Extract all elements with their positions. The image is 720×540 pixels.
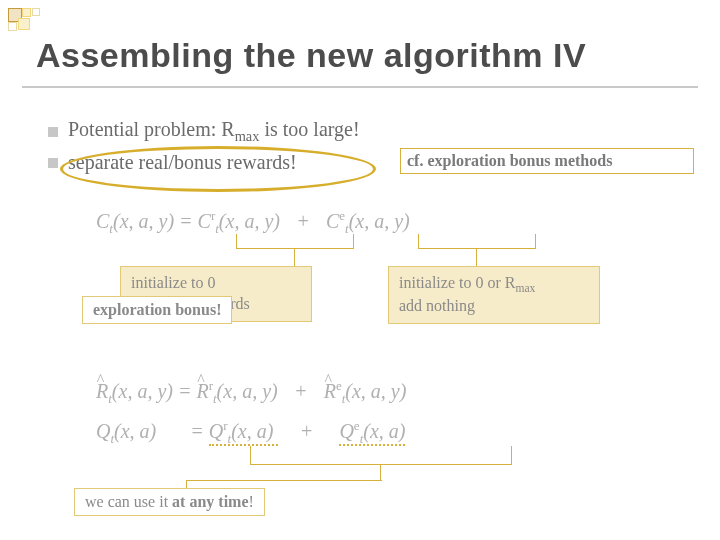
bullet-1: Potential problem: Rmax is too large!: [48, 118, 360, 145]
eq-args: (x, a, y): [345, 380, 406, 402]
anytime-post: !: [249, 493, 254, 510]
cf-note-box: cf. exploration bonus methods: [400, 148, 694, 174]
eq-args: (x, a): [363, 420, 405, 442]
bracket-q: [250, 446, 512, 465]
eq-args: (x, a, y): [113, 210, 174, 232]
eq-equals: =: [179, 210, 198, 232]
eq-equals: =: [178, 380, 197, 402]
eq-plus: +: [283, 380, 319, 403]
eq-plus: +: [285, 210, 321, 233]
eq-c-sym: C: [96, 210, 109, 232]
eq-args: (x, a, y): [112, 380, 173, 402]
eq-q-sym: Q: [209, 420, 223, 442]
eq-args: (x, a, y): [217, 380, 278, 402]
anytime-note: we can use it at any time!: [74, 488, 265, 516]
eq-args: (x, a): [114, 420, 156, 442]
eq-args: (x, a): [231, 420, 273, 442]
eq-r-row: Rt(x, a, y) = Rrt(x, a, y) + Ret(x, a, y…: [96, 378, 406, 407]
anytime-bold: at any time: [172, 493, 248, 510]
eq-args: (x, a, y): [349, 210, 410, 232]
connector-left: [294, 248, 295, 266]
bullet-2-text: separate real/bonus rewards!: [68, 151, 297, 174]
bullet-icon: [48, 158, 58, 168]
eq-c-sym: C: [326, 210, 339, 232]
bullet-1-post: is too large!: [259, 118, 359, 140]
callout-left-l1: initialize to 0: [131, 273, 301, 294]
anytime-pre: we can use it: [85, 493, 172, 510]
eq-r-sym: R: [96, 380, 108, 402]
q-e-term: Qet(x, a): [339, 420, 405, 446]
corner-decoration: [8, 8, 48, 38]
callout-right-l2: add nothing: [399, 296, 589, 317]
eq-c-row: Ct(x, a, y) = Crt(x, a, y) + Cet(x, a, y…: [96, 208, 410, 237]
bracket-left: [236, 234, 354, 249]
eq-args: (x, a, y): [219, 210, 280, 232]
bullet-1-pre: Potential problem: R: [68, 118, 235, 140]
connector-q: [380, 464, 381, 480]
bullet-icon: [48, 127, 58, 137]
eq-q-row: Qt(x, a) = Qrt(x, a) + Qet(x, a): [96, 418, 405, 447]
callout-right-l1-sub: max: [515, 282, 535, 294]
eq-c-sym: C: [198, 210, 211, 232]
callout-left-overlay: exploration bonus!: [82, 296, 232, 324]
eq-equals: =: [190, 420, 209, 442]
eq-plus: +: [278, 420, 334, 443]
eq-q-sym: Q: [339, 420, 353, 442]
eq-q-sym: Q: [96, 420, 110, 442]
eq-r-sym: R: [196, 380, 208, 402]
callout-right: initialize to 0 or Rmax add nothing: [388, 266, 600, 324]
callout-right-l1: initialize to 0 or Rmax: [399, 273, 589, 296]
bracket-right: [418, 234, 536, 249]
slide-title: Assembling the new algorithm IV: [36, 36, 586, 75]
bullet-1-sub: max: [235, 128, 260, 144]
connector-q-h: [186, 480, 382, 481]
bullet-list: Potential problem: Rmax is too large! se…: [48, 118, 360, 180]
q-r-term: Qrt(x, a): [209, 420, 279, 446]
bullet-2: separate real/bonus rewards!: [48, 151, 360, 174]
eq-r-sym: R: [324, 380, 336, 402]
callout-right-l1-pre: initialize to 0 or R: [399, 274, 515, 291]
connector-right: [476, 248, 477, 266]
title-underline: [22, 86, 698, 88]
